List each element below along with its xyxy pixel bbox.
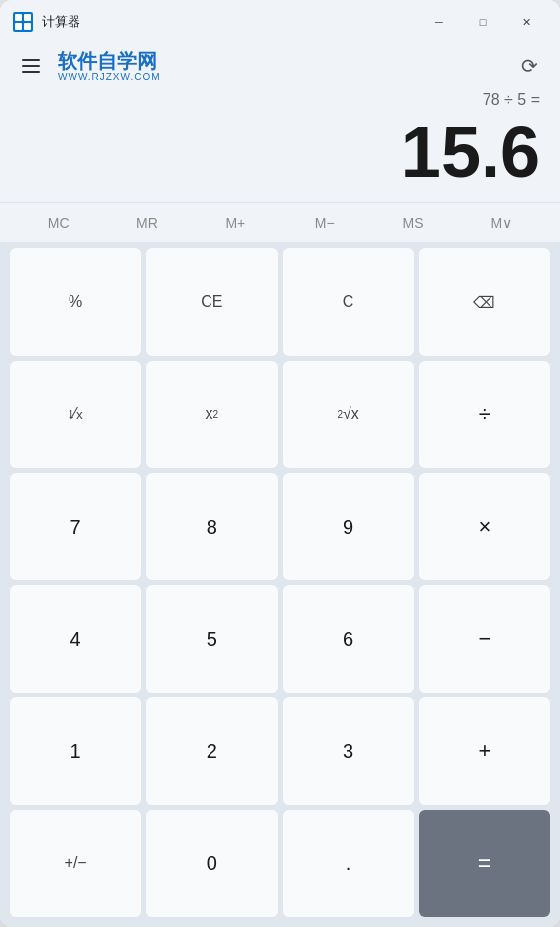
title-left: 计算器: [12, 11, 80, 33]
app-title: 计算器: [42, 13, 80, 31]
memory-recall-button[interactable]: MR: [102, 209, 191, 236]
maximize-button[interactable]: □: [461, 6, 504, 38]
svg-rect-3: [15, 23, 22, 30]
percent-button[interactable]: %: [10, 248, 141, 356]
subtract-button[interactable]: −: [419, 585, 550, 693]
one-button[interactable]: 1: [10, 697, 141, 805]
memory-clear-button[interactable]: MC: [14, 209, 102, 236]
negate-button[interactable]: +/−: [10, 810, 141, 917]
decimal-button[interactable]: .: [283, 810, 414, 917]
clear-button[interactable]: C: [283, 248, 414, 356]
five-button[interactable]: 5: [146, 585, 277, 693]
watermark: 软件自学网 WWW.RJZXW.COM: [58, 50, 161, 82]
memory-subtract-button[interactable]: M−: [280, 209, 368, 236]
svg-rect-1: [15, 14, 22, 21]
sqrt-button[interactable]: 2√x: [283, 361, 414, 468]
display: 78 ÷ 5 = 15.6: [0, 91, 560, 202]
equals-button[interactable]: =: [419, 810, 550, 917]
four-button[interactable]: 4: [10, 585, 141, 693]
hamburger-line: [22, 65, 40, 67]
calculator-app: 计算器 ─ □ ✕ 软件自学网 WWW.RJZXW.COM ⟳ 78 ÷ 5 =…: [0, 0, 560, 927]
multiply-button[interactable]: ×: [419, 473, 550, 580]
square-button[interactable]: x2: [146, 361, 277, 468]
memory-store-button[interactable]: MS: [368, 209, 457, 236]
history-button[interactable]: ⟳: [515, 48, 544, 83]
memory-add-button[interactable]: M+: [192, 209, 280, 236]
memory-row: MC MR M+ M− MS M∨: [0, 202, 560, 242]
add-button[interactable]: +: [419, 697, 550, 805]
window-controls: ─ □ ✕: [417, 6, 548, 38]
three-button[interactable]: 3: [283, 697, 414, 805]
header-left: 软件自学网 WWW.RJZXW.COM: [16, 50, 161, 82]
nine-button[interactable]: 9: [283, 473, 414, 580]
divide-button[interactable]: ÷: [419, 361, 550, 468]
reciprocal-button[interactable]: 1⁄x: [10, 361, 141, 468]
hamburger-line: [22, 71, 40, 73]
result: 15.6: [20, 113, 540, 192]
button-grid: % CE C ⌫ 1⁄x x2 2√x ÷ 7 8 9 × 4 5 6 − 1 …: [0, 242, 560, 927]
seven-button[interactable]: 7: [10, 473, 141, 580]
eight-button[interactable]: 8: [146, 473, 277, 580]
header: 软件自学网 WWW.RJZXW.COM ⟳: [0, 44, 560, 91]
six-button[interactable]: 6: [283, 585, 414, 693]
close-button[interactable]: ✕: [504, 6, 548, 38]
two-button[interactable]: 2: [146, 697, 277, 805]
memory-dropdown-button[interactable]: M∨: [458, 209, 546, 236]
app-icon: [12, 11, 34, 33]
history-icon: ⟳: [521, 54, 538, 77]
watermark-title: 软件自学网: [58, 50, 161, 72]
menu-button[interactable]: [16, 53, 46, 78]
hamburger-line: [22, 59, 40, 61]
svg-rect-4: [24, 23, 31, 30]
svg-rect-2: [24, 14, 31, 21]
ce-button[interactable]: CE: [146, 248, 277, 356]
expression: 78 ÷ 5 =: [20, 91, 540, 109]
backspace-button[interactable]: ⌫: [419, 248, 550, 356]
minimize-button[interactable]: ─: [417, 6, 461, 38]
title-bar: 计算器 ─ □ ✕: [0, 0, 560, 44]
watermark-subtitle: WWW.RJZXW.COM: [58, 72, 161, 82]
zero-button[interactable]: 0: [146, 810, 277, 917]
